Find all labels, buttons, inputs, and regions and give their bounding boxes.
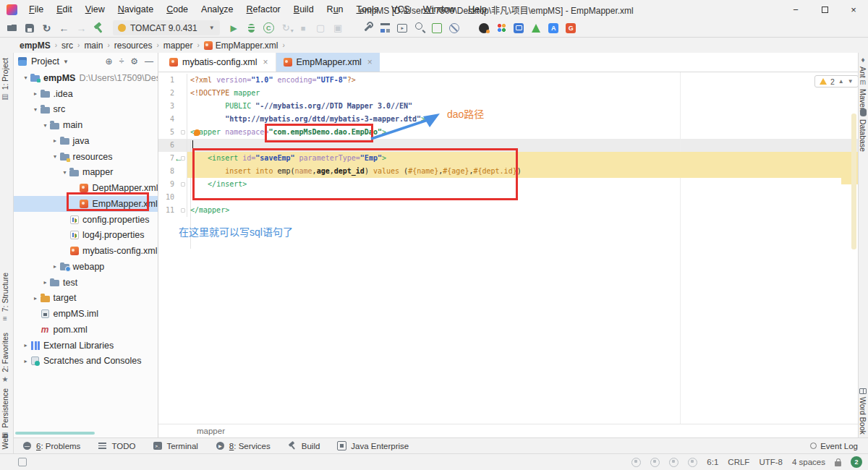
breadcrumb-item[interactable]: src [60,40,75,51]
status-plugin-icon[interactable] [631,458,641,467]
line-ending[interactable]: CRLF [728,458,749,466]
breadcrumb-item[interactable]: main [82,40,104,51]
fold-marker[interactable] [181,156,185,161]
inspection-widget[interactable]: 2 ▲ ▼ [814,75,858,87]
tool-button-2-favorites[interactable]: 2: Favorites★ [1,333,9,383]
settings-gear-icon[interactable]: ⚙ [130,56,138,67]
menu-edit[interactable]: Edit [50,0,79,19]
plugin-translate-icon[interactable] [546,20,561,35]
breadcrumb-item[interactable]: resources [113,40,154,51]
breadcrumb-item[interactable]: empMS [18,40,52,51]
tree-item-src[interactable]: ▾src [14,102,158,118]
breadcrumb-item[interactable]: mapper [162,40,195,51]
tool-button-7-structure[interactable]: 7: Structure≡ [1,273,9,322]
chevron-down-icon[interactable]: ▼ [63,59,69,65]
tree-item-target[interactable]: ▸target [14,291,158,307]
status-plugin-icon[interactable] [650,458,660,467]
stop-icon[interactable] [296,20,311,35]
tree-item-empms[interactable]: ▾empMSD:\Users\17509\Desktop [14,70,158,86]
tree-item-webapp[interactable]: ▸webapp [14,259,158,275]
code-line[interactable]: 4 "http://mybatis.org/dtd/mybatis-3-mapp… [158,113,858,126]
next-warning-icon[interactable]: ▼ [848,78,854,85]
tree-item-config-properties[interactable]: config.properties [14,212,158,228]
editor-breadcrumb[interactable]: mapper [158,424,858,437]
status-plugin-icon[interactable] [688,458,697,467]
caret-position[interactable]: 6:1 [707,458,718,466]
breadcrumb-item[interactable]: EmpMapper.xml [203,40,280,51]
tool-button-database[interactable]: Database [859,108,867,152]
profiler-icon[interactable] [313,20,328,35]
menu-view[interactable]: View [79,0,111,19]
build-hammer-icon[interactable] [91,20,106,35]
plugin-q-icon[interactable] [477,20,492,35]
sync-icon[interactable] [39,20,54,35]
menu-build[interactable]: Build [287,0,320,19]
minimize-button[interactable]: − [781,0,810,19]
lock-icon[interactable] [835,461,841,466]
prev-warning-icon[interactable]: ▲ [838,78,844,85]
tool-button-ant[interactable]: ♦Ant [859,56,867,78]
code-line[interactable]: 5<mapper namespace="com.empMsDemo.dao.Em… [158,126,858,139]
tree-open-arrow-icon[interactable]: ▾ [60,169,69,176]
tab-mybatis-config-xml[interactable]: mybatis-config.xml× [162,53,276,72]
wrench-icon[interactable] [360,20,375,35]
tree-item-resources[interactable]: ▾resources [14,149,158,165]
menu-run[interactable]: Run [320,0,350,19]
close-icon[interactable]: × [367,57,373,67]
coverage-icon[interactable] [261,20,276,35]
plugin-blue-icon[interactable] [511,20,527,35]
tree-open-arrow-icon[interactable]: ▾ [21,74,30,81]
tool-button-maven[interactable]: mMaven [859,78,867,112]
tree-item-mybatis-config-xml[interactable]: mybatis-config.xml [14,243,158,259]
plugin-red-icon[interactable] [563,20,579,35]
tool-button-persistence[interactable]: Persistence▦ [1,388,9,439]
scrollbar-warning-stripe[interactable] [851,114,856,249]
tree-item-main[interactable]: ▾main [14,117,158,133]
menu-refactor[interactable]: Refactor [240,0,287,19]
menu-file[interactable]: File [22,0,50,19]
menu-analyze[interactable]: Analyze [195,0,239,19]
debug-icon[interactable] [244,20,259,35]
run-icon[interactable] [226,20,242,35]
project-panel-title[interactable]: Project [31,56,59,67]
event-log-button[interactable]: Event Log [810,442,858,450]
tree-closed-arrow-icon[interactable]: ▸ [31,295,41,302]
tree-closed-arrow-icon[interactable]: ▸ [21,358,30,364]
tree-open-arrow-icon[interactable]: ▾ [31,106,41,113]
fold-marker[interactable] [181,130,185,134]
menu-code[interactable]: Code [160,0,195,19]
tree-closed-arrow-icon[interactable]: ▸ [51,263,60,270]
tree-open-arrow-icon[interactable]: ▾ [51,153,60,160]
run-configuration-select[interactable]: TOMCAT 9.0.431▼ [113,20,220,35]
restore-button[interactable] [810,0,839,19]
file-encoding[interactable]: UTF-8 [759,458,783,466]
tree-item-pom-xml[interactable]: mpom.xml [14,322,158,338]
tree-item-test[interactable]: ▸test [14,275,158,291]
code-line[interactable]: 2<!DOCTYPE mapper [158,87,858,100]
open-folder-icon[interactable] [4,20,20,35]
tree-open-arrow-icon[interactable]: ▾ [41,122,50,129]
prohibit-icon[interactable] [447,20,462,35]
tree-item-mapper[interactable]: ▾mapper [14,165,158,181]
hide-panel-icon[interactable]: — [145,56,153,67]
tool-button-6-problems[interactable]: 6: Problems [22,441,80,450]
notification-badge[interactable]: 2 [851,456,862,468]
tool-window-toggle-icon[interactable] [18,458,27,466]
project-structure-icon[interactable] [378,20,393,35]
mybatis-log-icon[interactable] [430,20,445,35]
tool-window-icon[interactable] [395,20,410,35]
tool-button-word-book[interactable]: Word Book [859,388,867,435]
tree-item--idea[interactable]: ▸.idea [14,86,158,102]
rerun-dropdown-icon[interactable] [278,20,294,35]
tree-item-java[interactable]: ▸java [14,133,158,149]
forward-icon[interactable] [74,20,89,35]
tree-closed-arrow-icon[interactable]: ▸ [21,342,30,349]
tool-button-java-enterprise[interactable]: Java Enterprise [337,441,409,450]
tool-button-1-project[interactable]: 1: Project▤ [1,58,9,101]
search-icon[interactable] [412,20,427,35]
horizontal-scrollbar[interactable] [15,432,95,435]
tool-button-todo[interactable]: TODO [98,441,135,450]
plugin-grid-icon[interactable] [494,20,509,35]
attach-icon[interactable] [331,20,346,35]
collapse-all-icon[interactable]: ÷ [119,56,124,67]
